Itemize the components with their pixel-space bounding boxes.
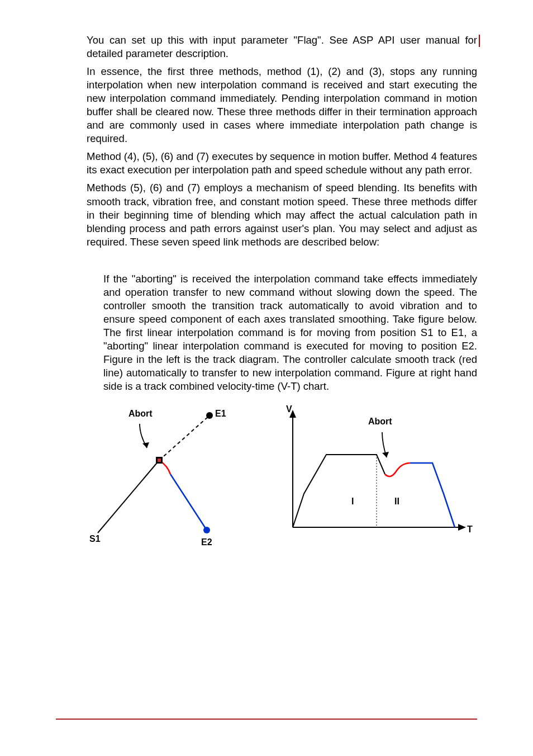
svg-marker-13 <box>382 452 389 457</box>
svg-point-6 <box>203 527 210 533</box>
label-abort-right: Abort <box>368 417 392 427</box>
label-e2: E2 <box>201 537 212 547</box>
paragraph-aborting: If the "aborting" is received the interp… <box>87 272 477 393</box>
diagram-row: Abort E1 S1 E2 <box>87 404 477 550</box>
label-s1: S1 <box>89 534 101 544</box>
paragraph-flag: You can set up this with input parameter… <box>87 34 477 60</box>
paragraph-methods-4567: Method (4), (5), (6) and (7) executes by… <box>87 150 477 177</box>
label-v: V <box>286 404 292 414</box>
footer-rule <box>56 719 477 720</box>
page-content: You can set up this with input parameter… <box>0 0 533 572</box>
vt-chart: V Abort I II T <box>276 404 477 550</box>
label-abort-left: Abort <box>129 409 153 419</box>
paragraph-methods-123: In essence, the first three methods, met… <box>87 65 477 145</box>
svg-point-5 <box>206 412 213 419</box>
track-diagram: Abort E1 S1 E2 <box>87 404 271 550</box>
svg-line-0 <box>98 460 159 533</box>
svg-rect-4 <box>158 459 161 462</box>
cursor-mark <box>479 35 480 47</box>
track-svg <box>87 404 271 550</box>
label-i: I <box>351 497 354 507</box>
paragraph-methods-567: Methods (5), (6) and (7) employs a mecha… <box>87 181 477 248</box>
svg-line-1 <box>159 415 210 460</box>
label-t: T <box>467 525 473 535</box>
svg-marker-11 <box>458 524 466 531</box>
label-e1: E1 <box>215 409 226 419</box>
svg-marker-7 <box>142 442 149 448</box>
svg-line-2 <box>170 474 207 530</box>
aborting-section: If the "aborting" is received the interp… <box>87 272 477 550</box>
label-ii: II <box>394 497 399 507</box>
